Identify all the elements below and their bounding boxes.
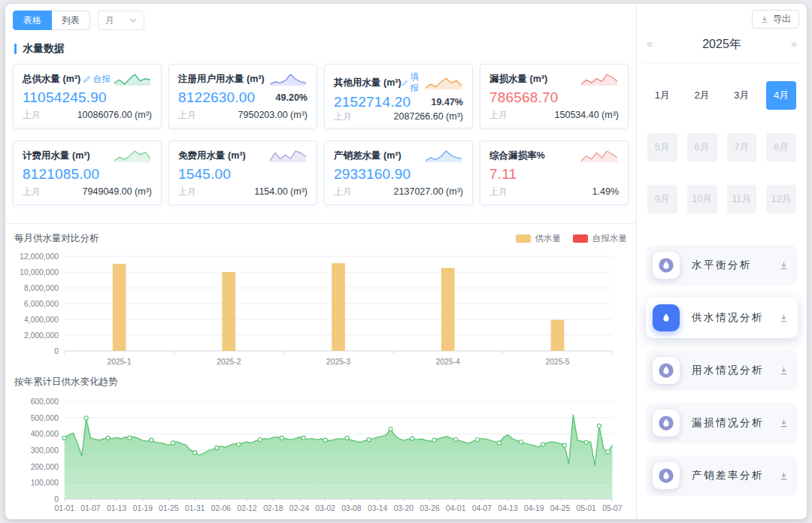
svg-text:2,000,000: 2,000,000 xyxy=(24,331,59,340)
sparkline xyxy=(268,148,308,163)
legend-item-self-report[interactable]: 自报水量 xyxy=(573,233,627,244)
download-icon[interactable] xyxy=(779,366,789,376)
sparkline xyxy=(113,71,152,86)
svg-text:02-24: 02-24 xyxy=(289,504,310,512)
svg-text:03-20: 03-20 xyxy=(394,504,414,512)
month-cell-jan[interactable]: 1月 xyxy=(647,81,677,110)
month-cell-mar[interactable]: 3月 xyxy=(727,81,757,110)
svg-text:100,000: 100,000 xyxy=(31,479,59,487)
svg-text:03-26: 03-26 xyxy=(420,504,440,512)
month-cell-may[interactable]: 5月 xyxy=(647,133,677,162)
svg-text:03-08: 03-08 xyxy=(341,504,362,512)
svg-text:01-07: 01-07 xyxy=(80,504,101,512)
svg-text:2025-5: 2025-5 xyxy=(545,358,569,366)
stat-card-percent: 49.20% xyxy=(276,92,308,103)
stat-card-value: 2152714.20 xyxy=(334,94,411,110)
icon-tile xyxy=(653,462,680,489)
svg-text:200,000: 200,000 xyxy=(31,463,59,471)
download-icon[interactable] xyxy=(779,313,789,323)
prev-month-value: 2137027.00 (m³) xyxy=(394,186,463,197)
daily-supply-area-chart: 0100,000200,000300,000400,000500,000600,… xyxy=(13,390,629,519)
svg-text:01-13: 01-13 xyxy=(107,504,127,512)
month-cell-dec[interactable]: 12月 xyxy=(766,185,796,213)
monthly-supply-bar-chart: 02,000,0004,000,0006,000,0008,000,00010,… xyxy=(13,246,629,371)
bar-chart-title: 每月供水量对比分析 xyxy=(14,232,99,245)
download-icon[interactable] xyxy=(779,419,789,428)
bar-chart-header: 每月供水量对比分析 供水量 自报水量 xyxy=(14,232,627,245)
stat-card-registered-usage: 注册用户用水量 (m³) 8122630.00 49.20% 上月 795020… xyxy=(168,64,317,128)
stat-card-value: 8121085.00 xyxy=(23,166,99,183)
svg-text:300,000: 300,000 xyxy=(31,446,59,455)
month-cell-apr[interactable]: 4月 xyxy=(766,81,796,110)
svg-text:2025-3: 2025-3 xyxy=(326,358,350,366)
tab-list[interactable]: 列表 xyxy=(52,11,90,30)
svg-text:4,000,000: 4,000,000 xyxy=(24,316,59,324)
chevron-down-icon xyxy=(129,18,137,23)
svg-text:04-19: 04-19 xyxy=(524,504,544,512)
menu-item-label: 产销差率分析 xyxy=(692,469,779,482)
pencil-icon xyxy=(401,79,408,87)
menu-item-usage-analysis[interactable]: 用水情况分析 xyxy=(646,350,798,391)
prev-month-label: 上月 xyxy=(489,186,508,198)
menu-item-nrw-rate-analysis[interactable]: 产销差率分析 xyxy=(646,455,798,496)
water-drop-icon xyxy=(658,467,674,484)
stat-card-value: 2933160.90 xyxy=(334,166,411,183)
download-icon[interactable] xyxy=(779,471,789,481)
menu-item-label: 水平衡分析 xyxy=(692,258,779,272)
svg-text:0: 0 xyxy=(54,347,59,355)
section-accent-bar xyxy=(14,44,17,54)
prev-month-value: 1154.00 (m³) xyxy=(254,186,308,197)
sparkline xyxy=(113,148,152,163)
tab-table[interactable]: 表格 xyxy=(13,11,52,30)
prev-month-value: 10086076.00 (m³) xyxy=(77,110,152,120)
svg-text:02-12: 02-12 xyxy=(237,504,257,512)
sparkline xyxy=(268,71,308,86)
stat-card-value: 1545.00 xyxy=(178,166,231,183)
stat-card-title: 计费用水量 (m³) xyxy=(23,150,90,162)
prev-month-value: 2087266.60 (m³) xyxy=(394,111,463,122)
area-chart-header: 按年累计日供水变化趋势 xyxy=(14,376,627,388)
stat-card-title: 漏损水量 (m³) xyxy=(489,73,547,86)
icon-tile xyxy=(653,252,680,279)
stat-card-value: 8122630.00 xyxy=(178,89,255,106)
month-cell-aug[interactable]: 8月 xyxy=(766,133,796,162)
page-title: 水量数据 xyxy=(23,42,65,56)
svg-text:01-01: 01-01 xyxy=(55,504,75,512)
report-badge[interactable]: 填报 xyxy=(401,71,424,94)
prev-month-label: 上月 xyxy=(489,109,508,122)
stat-card-billed-usage: 计费用水量 (m³) 8121085.00 上月 7949049.00 (m³) xyxy=(13,141,162,205)
menu-item-label: 用水情况分析 xyxy=(692,364,779,377)
stat-card-title: 总供水量 (m³) xyxy=(23,73,80,86)
report-badge[interactable]: 自报 xyxy=(83,74,111,85)
month-cell-sep[interactable]: 9月 xyxy=(647,185,677,213)
section-header: 水量数据 xyxy=(14,42,629,56)
main-panel: 表格 列表 月 水量数据 总供水量 (m³) 自报 xyxy=(5,4,637,519)
menu-item-leakage-analysis[interactable]: 漏损情况分析 xyxy=(646,403,798,443)
side-panel: 导出 « 2025年 » 1月 2月 3月 4月 5月 6月 7月 8月 9月 … xyxy=(637,4,807,519)
download-icon[interactable] xyxy=(779,261,789,271)
stat-card-title: 其他用水量 (m³) xyxy=(334,77,401,89)
month-cell-nov[interactable]: 11月 xyxy=(727,185,757,213)
icon-tile xyxy=(653,410,680,437)
prev-month-label: 上月 xyxy=(334,110,352,123)
month-cell-jul[interactable]: 7月 xyxy=(727,133,757,162)
dashboard-window: 表格 列表 月 水量数据 总供水量 (m³) 自报 xyxy=(5,4,807,519)
menu-item-supply-analysis[interactable]: 供水情况分析 xyxy=(646,298,798,338)
period-select[interactable]: 月 xyxy=(98,11,144,30)
chevron-double-left-icon[interactable]: « xyxy=(647,37,653,50)
period-select-value: 月 xyxy=(105,14,114,27)
svg-text:8,000,000: 8,000,000 xyxy=(24,284,59,292)
prev-month-value: 7950203.00 (m³) xyxy=(238,110,308,120)
month-cell-feb[interactable]: 2月 xyxy=(687,81,717,110)
month-cell-oct[interactable]: 10月 xyxy=(687,185,717,213)
chevron-double-right-icon[interactable]: » xyxy=(791,37,797,50)
water-drop-icon xyxy=(658,362,674,379)
svg-text:04-13: 04-13 xyxy=(498,504,518,512)
stat-card-nrw-volume: 产销差水量 (m³) 2933160.90 上月 2137027.00 (m³) xyxy=(324,141,473,205)
export-button[interactable]: 导出 xyxy=(752,10,799,29)
calendar-year-label: 2025年 xyxy=(702,38,741,50)
menu-item-water-balance-analysis[interactable]: 水平衡分析 xyxy=(646,245,798,286)
svg-text:2025-2: 2025-2 xyxy=(217,358,241,366)
legend-item-supply[interactable]: 供水量 xyxy=(516,233,562,244)
month-cell-jun[interactable]: 6月 xyxy=(687,133,717,162)
